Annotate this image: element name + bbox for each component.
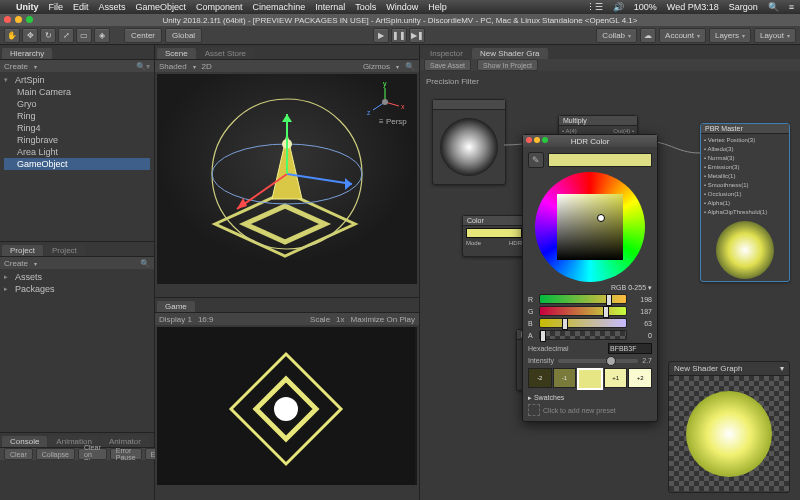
clock[interactable]: Wed PM3:18 bbox=[667, 2, 719, 12]
game-display-dropdown[interactable]: Display 1 bbox=[159, 315, 192, 324]
project-create-dropdown[interactable]: Create bbox=[4, 259, 28, 268]
hdr-minimize-button[interactable] bbox=[534, 137, 540, 143]
notifications-icon[interactable]: ≡ bbox=[789, 2, 794, 12]
color-swatch[interactable] bbox=[466, 228, 522, 238]
project-tab[interactable]: Project bbox=[2, 245, 43, 256]
color-mode-dropdown[interactable]: RGB 0-255 ▾ bbox=[611, 284, 652, 291]
hierarchy-item[interactable]: Ring bbox=[17, 111, 36, 121]
game-maximize-toggle[interactable]: Maximize On Play bbox=[351, 315, 415, 324]
hand-tool[interactable]: ✋ bbox=[4, 28, 20, 43]
exposure-preset[interactable]: +1 bbox=[604, 368, 628, 388]
wifi-icon[interactable]: ⋮☰ bbox=[586, 2, 603, 12]
r-slider[interactable] bbox=[539, 294, 627, 304]
scene-search[interactable]: 🔍 bbox=[405, 62, 415, 71]
chevron-down-icon[interactable]: ▾ bbox=[780, 364, 784, 373]
hierarchy-search[interactable]: 🔍▾ bbox=[136, 62, 150, 71]
scene-viewport[interactable]: x y z ≡ Persp bbox=[157, 74, 417, 284]
pause-button[interactable]: ❚❚ bbox=[391, 28, 407, 43]
hierarchy-item-selected[interactable]: GameObject bbox=[17, 159, 68, 169]
space-toggle[interactable]: Global bbox=[165, 28, 202, 43]
rotate-tool[interactable]: ↻ bbox=[40, 28, 56, 43]
pivot-toggle[interactable]: Center bbox=[124, 28, 162, 43]
hex-input[interactable] bbox=[608, 343, 652, 354]
hierarchy-tab[interactable]: Hierarchy bbox=[2, 48, 52, 59]
scene-2d-toggle[interactable]: 2D bbox=[202, 62, 212, 71]
project-folder-assets[interactable]: Assets bbox=[15, 272, 42, 282]
console-collapse-button[interactable]: Collapse bbox=[36, 448, 75, 460]
scene-root[interactable]: ArtSpin bbox=[15, 75, 45, 85]
console-clear-button[interactable]: Clear bbox=[4, 448, 33, 460]
menu-gameobject[interactable]: GameObject bbox=[136, 2, 187, 12]
console-tab[interactable]: Console bbox=[2, 436, 47, 447]
console-clear-on-play-button[interactable]: Clear on Play bbox=[78, 448, 107, 460]
menu-edit[interactable]: Edit bbox=[73, 2, 89, 12]
gradient-node[interactable] bbox=[432, 99, 506, 185]
minimize-window-button[interactable] bbox=[15, 16, 22, 23]
project-search[interactable]: 🔍 bbox=[140, 259, 150, 268]
g-slider[interactable] bbox=[539, 306, 627, 316]
intensity-slider[interactable] bbox=[558, 359, 638, 363]
hierarchy-item[interactable]: Gryo bbox=[17, 99, 37, 109]
menu-file[interactable]: File bbox=[49, 2, 64, 12]
zoom-window-button[interactable] bbox=[26, 16, 33, 23]
close-window-button[interactable] bbox=[4, 16, 11, 23]
scale-tool[interactable]: ⤢ bbox=[58, 28, 74, 43]
console-error-pause-button[interactable]: Error Pause bbox=[110, 448, 142, 460]
hierarchy-item[interactable]: Main Camera bbox=[17, 87, 71, 97]
color-wheel[interactable] bbox=[535, 172, 645, 282]
scene-tab[interactable]: Scene bbox=[157, 48, 196, 59]
asset-store-tab[interactable]: Asset Store bbox=[197, 48, 254, 59]
hierarchy-item[interactable]: Area Light bbox=[17, 147, 58, 157]
project-folder-packages[interactable]: Packages bbox=[15, 284, 55, 294]
hierarchy-item[interactable]: Ringbrave bbox=[17, 135, 58, 145]
eyedropper-button[interactable]: ✎ bbox=[528, 152, 544, 168]
menu-assets[interactable]: Assets bbox=[99, 2, 126, 12]
menu-help[interactable]: Help bbox=[428, 2, 447, 12]
menu-tools[interactable]: Tools bbox=[355, 2, 376, 12]
project-tab-2[interactable]: Project bbox=[44, 245, 85, 256]
rect-tool[interactable]: ▭ bbox=[76, 28, 92, 43]
pbr-master-node[interactable]: PBR Master • Vertex Position(3) • Albedo… bbox=[700, 123, 790, 282]
show-in-project-button[interactable]: Show In Project bbox=[477, 59, 538, 71]
b-slider[interactable] bbox=[539, 318, 627, 328]
app-menu[interactable]: Unity bbox=[16, 2, 39, 12]
color-node[interactable]: Color ModeHDR bbox=[462, 215, 526, 257]
exposure-preset[interactable]: -2 bbox=[528, 368, 552, 388]
swatches-label[interactable]: Swatches bbox=[534, 394, 564, 401]
menu-component[interactable]: Component bbox=[196, 2, 243, 12]
scene-gizmos-dropdown[interactable]: Gizmos bbox=[363, 62, 390, 71]
step-button[interactable]: ▶❚ bbox=[409, 28, 425, 43]
volume-icon[interactable]: 🔊 bbox=[613, 2, 624, 12]
hdr-close-button[interactable] bbox=[526, 137, 532, 143]
hdr-color-picker-window[interactable]: HDR Color ✎ RGB 0-255 ▾ R198 G187 B63 A0… bbox=[522, 134, 658, 422]
cloud-button[interactable]: ☁ bbox=[640, 28, 656, 43]
play-button[interactable]: ▶ bbox=[373, 28, 389, 43]
add-swatch-button[interactable] bbox=[528, 404, 540, 416]
exposure-preset[interactable]: -1 bbox=[553, 368, 577, 388]
game-viewport[interactable] bbox=[157, 327, 417, 485]
inspector-tab[interactable]: Inspector bbox=[422, 48, 471, 59]
move-tool[interactable]: ✥ bbox=[22, 28, 38, 43]
animator-tab[interactable]: Animator bbox=[101, 436, 149, 447]
exposure-preset[interactable]: +2 bbox=[628, 368, 652, 388]
hdr-zoom-button[interactable] bbox=[542, 137, 548, 143]
a-slider[interactable] bbox=[539, 330, 627, 340]
user-name[interactable]: Sargon bbox=[729, 2, 758, 12]
menu-window[interactable]: Window bbox=[386, 2, 418, 12]
exposure-preset-current[interactable] bbox=[577, 368, 603, 390]
shader-graph-tab[interactable]: New Shader Gra bbox=[472, 48, 548, 59]
scene-shading-dropdown[interactable]: Shaded bbox=[159, 62, 187, 71]
game-aspect-dropdown[interactable]: 16:9 bbox=[198, 315, 214, 324]
account-dropdown[interactable]: Account bbox=[659, 28, 706, 43]
hierarchy-create-dropdown[interactable]: Create bbox=[4, 62, 28, 71]
menu-internal[interactable]: Internal bbox=[315, 2, 345, 12]
collab-dropdown[interactable]: Collab bbox=[596, 28, 637, 43]
layers-dropdown[interactable]: Layers bbox=[709, 28, 751, 43]
transform-tool[interactable]: ◈ bbox=[94, 28, 110, 43]
color-wheel-handle[interactable] bbox=[597, 214, 605, 222]
hierarchy-item[interactable]: Ring4 bbox=[17, 123, 41, 133]
menu-cinemachine[interactable]: Cinemachine bbox=[253, 2, 306, 12]
spotlight-icon[interactable]: 🔍 bbox=[768, 2, 779, 12]
shader-preview-panel[interactable]: New Shader Graph ▾ bbox=[668, 361, 790, 493]
game-tab[interactable]: Game bbox=[157, 301, 195, 312]
